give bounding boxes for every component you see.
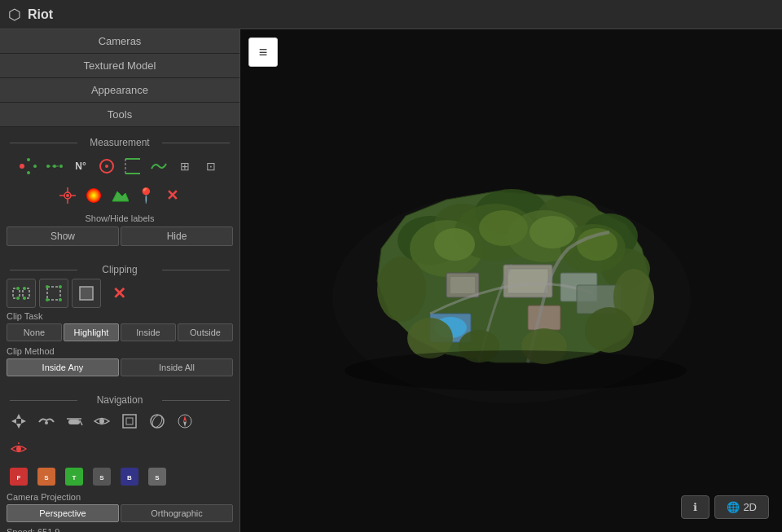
meas-icon-north[interactable]: N° [69, 155, 92, 178]
clip-icon-delete[interactable]: ✕ [104, 279, 134, 308]
svg-point-23 [23, 287, 26, 290]
svg-point-94 [345, 350, 687, 391]
nav-icon-orbit[interactable] [145, 409, 169, 433]
clip-task-highlight[interactable]: Highlight [64, 323, 119, 341]
meas-icon-bracket1[interactable]: ⊞ [174, 155, 196, 178]
meas-icon-spider[interactable] [56, 184, 79, 207]
meas-icon-close[interactable]: ✕ [160, 184, 183, 207]
meas-icon-terrain[interactable] [108, 184, 131, 207]
clip-method-buttons: Inside Any Inside All [7, 358, 233, 376]
svg-marker-35 [21, 419, 26, 424]
meas-icon-line[interactable] [43, 155, 66, 178]
show-hide-label: Show/Hide labels [7, 213, 233, 223]
globe-icon: 🌐 [727, 501, 740, 513]
clip-method-inside-any[interactable]: Inside Any [7, 358, 119, 376]
svg-marker-33 [16, 424, 21, 429]
measurement-icons-row2: 📍 ✕ [7, 181, 233, 210]
clip-task-none[interactable]: None [7, 323, 62, 341]
nav-icons-row1 [7, 409, 233, 433]
tab-cameras[interactable]: Cameras [0, 29, 239, 54]
nav-icon-helicopter[interactable] [62, 409, 86, 433]
svg-point-0 [20, 164, 24, 169]
nav-tabs: Cameras Textured Model Appearance Tools [0, 29, 239, 127]
meas-icon-target[interactable] [95, 155, 118, 178]
svg-point-90 [585, 307, 634, 353]
show-hide-buttons: Show Hide [7, 226, 233, 246]
svg-marker-46 [183, 415, 187, 421]
svg-point-28 [59, 285, 62, 288]
svg-marker-34 [11, 419, 16, 424]
clip-icon-3[interactable] [72, 279, 101, 308]
svg-point-88 [377, 257, 426, 322]
proj-perspective[interactable]: Perspective [7, 504, 119, 522]
sidebar: Cameras Textured Model Appearance Tools … [0, 29, 240, 532]
nav-icon-move[interactable] [7, 409, 31, 433]
svg-point-40 [99, 419, 104, 424]
2d-label: 2D [743, 501, 757, 513]
navigation-header: Navigation [7, 394, 233, 406]
proj-orthographic[interactable]: Orthographic [121, 504, 233, 522]
cube-face-side3[interactable]: B [117, 464, 142, 489]
bottom-right-buttons: ℹ 🌐 2D [681, 495, 769, 519]
cube-face-side1[interactable]: S [34, 464, 59, 489]
svg-text:S: S [99, 474, 104, 481]
clip-task-outside[interactable]: Outside [178, 323, 233, 341]
svg-text:B: B [127, 474, 132, 481]
meas-icon-pin[interactable]: 📍 [134, 184, 157, 207]
measurement-section: Measurement [0, 127, 239, 254]
show-button[interactable]: Show [7, 226, 119, 246]
nav-icon-compass[interactable] [173, 409, 197, 433]
main-layout: Cameras Textured Model Appearance Tools … [0, 29, 782, 532]
svg-marker-32 [16, 414, 21, 419]
camera-proj-buttons: Perspective Orthographic [7, 504, 233, 522]
svg-point-44 [151, 414, 165, 429]
svg-point-24 [16, 297, 20, 300]
cube-face-front[interactable]: F [7, 464, 31, 489]
svg-text:S: S [155, 474, 160, 481]
svg-point-76 [479, 210, 528, 246]
2d-button[interactable]: 🌐 2D [714, 495, 769, 519]
hamburger-icon: ≡ [259, 44, 268, 61]
svg-marker-47 [183, 421, 187, 427]
clipping-header: Clipping [7, 264, 233, 275]
meas-icon-circle-grad[interactable] [82, 184, 105, 207]
clip-task-buttons: None Highlight Inside Outside [7, 323, 233, 341]
svg-point-30 [59, 298, 62, 301]
clip-icon-1[interactable] [7, 279, 36, 308]
nav-icon-eye[interactable] [90, 409, 114, 433]
meas-icon-wavy[interactable] [147, 155, 170, 178]
meas-icon-bracket2[interactable]: ⊡ [200, 155, 222, 178]
svg-rect-80 [507, 269, 548, 293]
terrain-model [283, 86, 740, 477]
nav-icon-box[interactable] [117, 409, 142, 433]
clip-method-inside-all[interactable]: Inside All [121, 358, 233, 376]
tab-appearance[interactable]: Appearance [0, 78, 239, 103]
clip-task-inside[interactable]: Inside [121, 323, 176, 341]
cube-face-side2[interactable]: S [90, 464, 114, 489]
nav-icon-fly[interactable] [34, 409, 59, 433]
model-area [240, 29, 782, 532]
clip-icon-2[interactable] [39, 279, 68, 308]
clipping-section: Clipping [0, 254, 239, 385]
tab-textured-model[interactable]: Textured Model [0, 54, 239, 78]
svg-point-9 [105, 165, 108, 168]
logo-icon: ⬡ [8, 6, 21, 24]
navigation-section: Navigation [0, 385, 239, 532]
meas-icon-dots[interactable] [17, 155, 40, 178]
svg-text:S: S [44, 474, 49, 481]
svg-rect-31 [80, 287, 93, 300]
nav-icon-special-eye[interactable] [7, 437, 31, 461]
hide-button[interactable]: Hide [121, 226, 233, 246]
cube-face-top[interactable]: T [62, 464, 86, 489]
svg-line-39 [80, 420, 82, 425]
clip-method-label: Clip Method [7, 346, 233, 356]
cube-faces-row: F S T [7, 464, 233, 489]
svg-rect-82 [450, 277, 475, 293]
tab-tools[interactable]: Tools [0, 103, 239, 127]
menu-button[interactable]: ≡ [248, 37, 278, 67]
svg-point-25 [23, 297, 26, 300]
info-button[interactable]: ℹ [681, 495, 710, 519]
svg-point-27 [46, 285, 49, 288]
meas-icon-ruler[interactable] [121, 155, 144, 178]
cube-face-side4[interactable]: S [145, 464, 169, 489]
